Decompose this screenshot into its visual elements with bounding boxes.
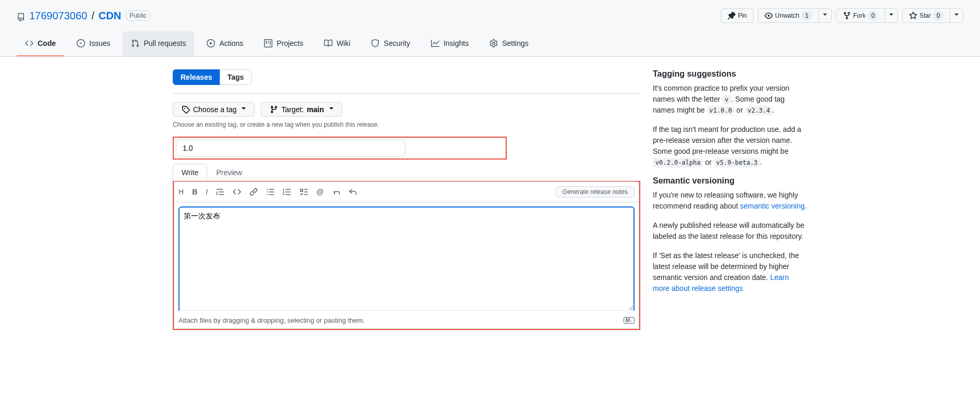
chevron-down-icon — [823, 14, 827, 18]
ul-icon[interactable] — [266, 188, 274, 196]
unwatch-dropdown[interactable] — [818, 8, 832, 23]
tab-settings[interactable]: Settings — [481, 31, 537, 56]
repo-icon — [17, 10, 25, 22]
tag-icon — [182, 105, 190, 114]
generate-notes-button[interactable]: Generate release notes — [556, 186, 635, 198]
owner-link[interactable]: 1769073060 — [29, 10, 87, 22]
target-branch-button[interactable]: Target: main — [261, 102, 342, 117]
preview-tab[interactable]: Preview — [207, 164, 251, 181]
fork-dropdown[interactable] — [885, 8, 898, 23]
star-button[interactable]: Star 0 — [902, 8, 950, 23]
ol-icon[interactable] — [283, 188, 291, 196]
repo-title: 1769073060 / CDN Public — [17, 10, 151, 22]
write-tab[interactable]: Write — [173, 164, 207, 181]
star-dropdown[interactable] — [950, 8, 963, 23]
tab-insights[interactable]: Insights — [423, 31, 477, 56]
tab-code[interactable]: Code — [17, 31, 64, 56]
crossref-icon[interactable] — [332, 188, 340, 196]
issues-icon — [77, 39, 85, 47]
tab-actions[interactable]: Actions — [198, 31, 252, 56]
tagging-title: Tagging suggestions — [653, 69, 807, 79]
subnav-releases[interactable]: Releases — [173, 69, 220, 85]
tab-projects[interactable]: Projects — [256, 31, 312, 56]
chevron-down-icon — [954, 14, 959, 18]
book-icon — [324, 39, 332, 47]
play-icon — [207, 39, 215, 47]
markdown-badge[interactable]: M↓ — [624, 317, 635, 324]
shield-icon — [371, 39, 379, 47]
choose-tag-button[interactable]: Choose a tag — [173, 102, 255, 117]
heading-icon[interactable]: H — [178, 188, 184, 196]
semver-p2: A newly published release will automatic… — [653, 220, 807, 242]
tag-hint: Choose an existing tag, or create a new … — [173, 121, 640, 128]
attach-hint[interactable]: Attach files by dragging & dropping, sel… — [178, 316, 365, 324]
chevron-down-icon — [242, 107, 246, 112]
italic-icon[interactable]: I — [206, 188, 208, 196]
pin-icon — [727, 11, 736, 20]
eye-icon — [764, 11, 773, 20]
release-description-textarea[interactable] — [178, 206, 635, 311]
tab-wiki[interactable]: Wiki — [316, 31, 358, 56]
graph-icon — [431, 39, 439, 47]
branch-icon — [270, 105, 278, 114]
unwatch-button[interactable]: Unwatch 1 — [758, 8, 819, 23]
tab-issues[interactable]: Issues — [68, 31, 118, 56]
tab-pulls[interactable]: Pull requests — [123, 31, 194, 56]
gear-icon — [489, 39, 498, 47]
pull-request-icon — [131, 39, 139, 47]
visibility-badge: Public — [125, 10, 151, 21]
semver-title: Semantic versioning — [653, 176, 807, 186]
project-icon — [264, 39, 272, 47]
link-tool-icon[interactable] — [249, 188, 258, 196]
mention-icon[interactable]: @ — [316, 188, 324, 196]
chevron-down-icon — [889, 14, 893, 18]
code-icon — [25, 39, 33, 47]
star-icon — [909, 11, 917, 20]
pin-button[interactable]: Pin — [721, 8, 754, 23]
reply-icon[interactable] — [349, 188, 357, 196]
fork-button[interactable]: Fork 0 — [836, 8, 885, 23]
chevron-down-icon — [329, 107, 333, 112]
quote-icon[interactable] — [216, 188, 224, 196]
repo-name-link[interactable]: CDN — [99, 10, 121, 22]
code-tool-icon[interactable] — [233, 188, 241, 196]
tab-security[interactable]: Security — [363, 31, 419, 56]
release-title-input[interactable] — [176, 140, 405, 156]
bold-icon[interactable]: B — [192, 188, 197, 196]
semver-link[interactable]: semantic versioning — [740, 202, 805, 210]
tasklist-icon[interactable] — [300, 188, 308, 196]
subnav-tags[interactable]: Tags — [220, 69, 252, 85]
fork-icon — [843, 11, 851, 20]
